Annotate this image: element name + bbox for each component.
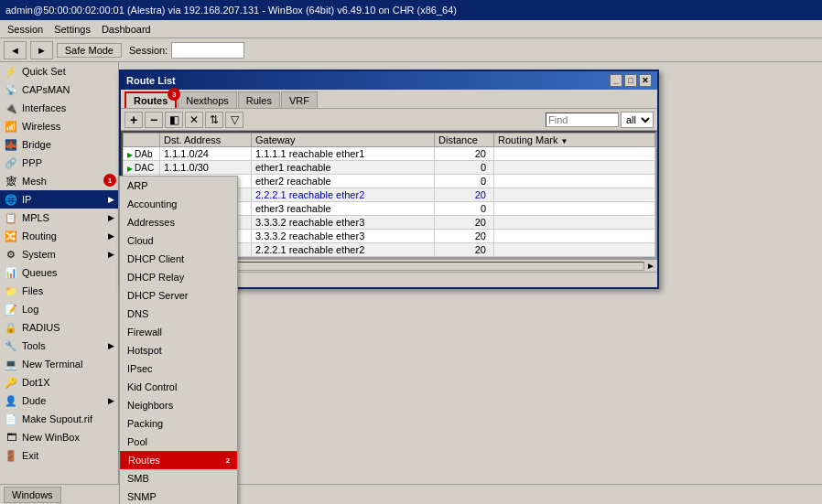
- sidebar-item-label: Mesh: [22, 176, 47, 187]
- exit-icon: 🚪: [4, 448, 18, 463]
- menu-settings[interactable]: Settings: [49, 22, 96, 37]
- menu-dashboard[interactable]: Dashboard: [96, 22, 157, 37]
- tab-rules[interactable]: Rules: [238, 91, 280, 108]
- session-input[interactable]: [171, 42, 244, 59]
- ip-submenu-routes[interactable]: Routes 2: [120, 451, 237, 469]
- ip-submenu-neighbors[interactable]: Neighbors: [120, 396, 237, 414]
- route-window-title-text: Route List: [126, 75, 176, 86]
- sidebar-item-label: Log: [22, 304, 38, 315]
- add-route-button[interactable]: +: [124, 112, 143, 128]
- sidebar-item-queues[interactable]: 📊 Queues: [0, 263, 118, 282]
- ip-submenu-firewall[interactable]: Firewall: [120, 323, 237, 341]
- safe-mode-button[interactable]: Safe Mode: [57, 43, 122, 58]
- sidebar-item-bridge[interactable]: 🌉 Bridge: [0, 135, 118, 154]
- routing-arrow-icon: ▶: [108, 231, 114, 241]
- find-select[interactable]: all: [621, 112, 654, 128]
- maximize-button[interactable]: □: [624, 74, 637, 87]
- sidebar-item-new-terminal[interactable]: 💻 New Terminal: [0, 355, 118, 373]
- col-header-distance[interactable]: Distance: [435, 134, 494, 147]
- ip-submenu-dhcp-relay[interactable]: DHCP Relay: [120, 268, 237, 286]
- ip-submenu-kid-control[interactable]: Kid Control: [120, 378, 237, 396]
- find-input[interactable]: [546, 113, 619, 127]
- cell-distance: 20: [435, 188, 494, 202]
- sidebar-item-label: New Terminal: [22, 359, 82, 370]
- remove-route-button[interactable]: −: [145, 112, 163, 128]
- scroll-right-icon[interactable]: ►: [646, 261, 655, 271]
- forward-button[interactable]: ►: [30, 41, 53, 59]
- ip-submenu-accounting[interactable]: Accounting: [120, 195, 237, 213]
- col-header-gateway[interactable]: Gateway: [252, 134, 435, 147]
- ip-submenu-arp[interactable]: ARP: [120, 177, 237, 195]
- back-button[interactable]: ◄: [4, 41, 27, 59]
- sidebar-item-label: PPP: [22, 157, 42, 168]
- col-header-dst[interactable]: Dst. Address: [160, 134, 252, 147]
- sidebar-item-quick-set[interactable]: ⚡ Quick Set: [0, 62, 118, 80]
- sidebar-item-capsman[interactable]: 📡 CAPsMAN: [0, 80, 118, 99]
- route-window-titlebar: Route List _ □ ✕: [121, 71, 657, 90]
- cell-routing-mark: [494, 243, 655, 257]
- sidebar-item-new-winbox[interactable]: 🗔 New WinBox: [0, 428, 118, 446]
- ip-submenu-addresses[interactable]: Addresses: [120, 213, 237, 231]
- sidebar-item-dude[interactable]: 👤 Dude ▶: [0, 391, 118, 410]
- triangle-icon: ▶: [127, 165, 133, 173]
- sidebar-item-exit[interactable]: 🚪 Exit: [0, 446, 118, 465]
- delete-route-button[interactable]: ✕: [185, 112, 203, 128]
- filter-button[interactable]: ▽: [225, 112, 243, 128]
- ip-submenu-packing[interactable]: Packing: [120, 414, 237, 433]
- sidebar-item-files[interactable]: 📁 Files: [0, 282, 118, 300]
- col-header-routing-mark[interactable]: Routing Mark ▼: [494, 134, 655, 147]
- tools-arrow-icon: ▶: [108, 341, 114, 350]
- ip-submenu-cloud[interactable]: Cloud: [120, 231, 237, 250]
- dude-arrow-icon: ▶: [108, 396, 114, 405]
- sidebar-item-make-supout[interactable]: 📄 Make Supout.rif: [0, 410, 118, 428]
- capsman-icon: 📡: [4, 82, 18, 97]
- sidebar-item-mesh[interactable]: 🕸 Mesh 1: [0, 172, 118, 190]
- ip-icon: 🌐: [4, 192, 18, 207]
- sidebar-item-interfaces[interactable]: 🔌 Interfaces: [0, 99, 118, 117]
- sidebar-item-label: Routing: [22, 231, 57, 241]
- ip-submenu-snmp[interactable]: SNMP: [120, 488, 237, 504]
- sidebar-item-routing[interactable]: 🔀 Routing ▶: [0, 227, 118, 245]
- col-header-type[interactable]: [124, 134, 160, 147]
- taskbar-windows[interactable]: Windows: [4, 487, 61, 503]
- ip-submenu-pool[interactable]: Pool: [120, 433, 237, 451]
- log-icon: 📝: [4, 302, 18, 316]
- sidebar-item-system[interactable]: ⚙ System ▶: [0, 245, 118, 263]
- tab-vrf-label: VRF: [289, 95, 309, 106]
- triangle-icon: ▶: [127, 151, 133, 159]
- cell-distance: 0: [435, 202, 494, 216]
- ip-submenu-dhcp-client[interactable]: DHCP Client: [120, 250, 237, 268]
- sidebar-item-label: Make Supout.rif: [22, 413, 92, 424]
- minimize-button[interactable]: _: [610, 74, 622, 87]
- ip-submenu-ipsec[interactable]: IPsec: [120, 359, 237, 378]
- menu-bar: Session Settings Dashboard: [0, 20, 822, 38]
- cell-distance: 20: [435, 147, 494, 161]
- menu-session[interactable]: Session: [2, 22, 49, 37]
- close-button[interactable]: ✕: [639, 74, 652, 87]
- make-supout-icon: 📄: [4, 412, 18, 426]
- sidebar-item-tools[interactable]: 🔧 Tools ▶: [0, 337, 118, 355]
- ip-submenu-dns[interactable]: DNS: [120, 305, 237, 323]
- sidebar-item-log[interactable]: 📝 Log: [0, 300, 118, 318]
- sidebar-item-radius[interactable]: 🔒 RADIUS: [0, 318, 118, 337]
- ip-submenu-hotspot[interactable]: Hotspot: [120, 341, 237, 359]
- sidebar-item-label: System: [22, 249, 56, 260]
- table-row[interactable]: ▶DAb 1.1.1.0/24 1.1.1.1 reachable ether1…: [124, 147, 655, 161]
- sidebar-item-ip[interactable]: 🌐 IP ▶: [0, 190, 118, 209]
- copy-route-button[interactable]: ◧: [165, 112, 183, 128]
- tab-nexthops[interactable]: Nexthops: [178, 91, 236, 108]
- tab-routes[interactable]: Routes 3: [124, 91, 177, 108]
- badge-1: 1: [103, 174, 116, 187]
- ip-submenu-dhcp-server[interactable]: DHCP Server: [120, 286, 237, 305]
- sidebar-item-dot1x[interactable]: 🔑 Dot1X: [0, 373, 118, 391]
- routing-icon: 🔀: [4, 229, 18, 243]
- sort-button[interactable]: ⇅: [205, 112, 223, 128]
- ip-submenu-smb[interactable]: SMB: [120, 469, 237, 488]
- sidebar-item-label: Bridge: [22, 139, 51, 150]
- sidebar-item-ppp[interactable]: 🔗 PPP: [0, 154, 118, 172]
- sidebar-item-mpls[interactable]: 📋 MPLS ▶: [0, 209, 118, 227]
- window-controls: _ □ ✕: [610, 74, 652, 87]
- sidebar-item-wireless[interactable]: 📶 Wireless: [0, 117, 118, 135]
- tab-vrf[interactable]: VRF: [281, 91, 318, 108]
- table-row[interactable]: ▶DAC 1.1.1.0/30 ether1 reachable 0: [124, 161, 655, 175]
